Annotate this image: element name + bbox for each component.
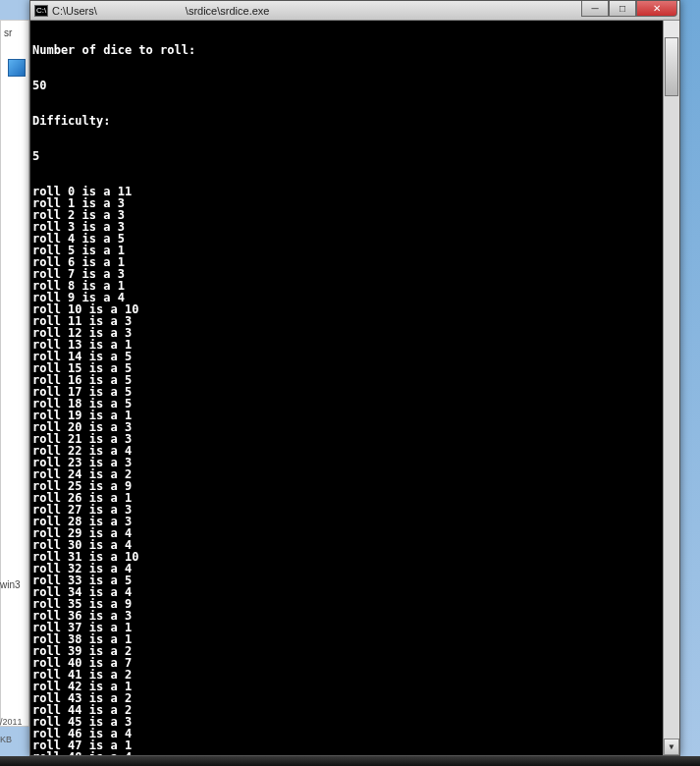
prompt-num-dice: Number of dice to roll:: [32, 44, 677, 56]
bg-size-label: KB: [0, 735, 12, 744]
roll-line: roll 8 is a 1: [32, 280, 677, 292]
cmd-icon: C:\: [34, 5, 48, 17]
roll-line: roll 48 is a 4: [32, 751, 677, 755]
bg-tab-label: sr: [4, 27, 12, 38]
roll-line: roll 2 is a 3: [32, 209, 677, 221]
scroll-track[interactable]: [664, 37, 679, 739]
roll-line: roll 0 is a 11: [32, 186, 677, 197]
roll-line: roll 4 is a 5: [32, 233, 677, 245]
background-window: [0, 20, 29, 727]
roll-line: roll 3 is a 3: [32, 221, 677, 233]
titlebar[interactable]: C:\ C:\Users\ \srdice\srdice.exe ─ □ ✕: [30, 1, 679, 21]
input-difficulty: 5: [32, 150, 677, 162]
vertical-scrollbar[interactable]: ▲ ▼: [663, 21, 679, 755]
input-num-dice: 50: [32, 80, 677, 91]
scroll-thumb[interactable]: [665, 37, 678, 96]
desktop-strip: [680, 0, 700, 766]
prompt-difficulty: Difficulty:: [32, 115, 677, 127]
roll-line: roll 5 is a 1: [32, 245, 677, 256]
roll-line: roll 1 is a 3: [32, 197, 677, 209]
title-path-left: C:\Users\: [52, 5, 97, 17]
taskbar[interactable]: [0, 756, 700, 766]
roll-line: roll 7 is a 3: [32, 268, 677, 280]
explorer-icon: [8, 59, 26, 77]
roll-line: roll 6 is a 1: [32, 256, 677, 268]
title-path-right: \srdice\srdice.exe: [186, 5, 270, 17]
console-window: C:\ C:\Users\ \srdice\srdice.exe ─ □ ✕ N…: [29, 0, 680, 756]
bg-date-label: /2011: [0, 717, 23, 727]
console-output[interactable]: Number of dice to roll: 50 Difficulty: 5…: [30, 21, 679, 755]
bg-side-label: win3: [0, 579, 21, 590]
close-button[interactable]: ✕: [636, 1, 677, 17]
maximize-button[interactable]: □: [609, 1, 636, 17]
scroll-down-button[interactable]: ▼: [664, 739, 679, 755]
minimize-button[interactable]: ─: [581, 1, 609, 17]
